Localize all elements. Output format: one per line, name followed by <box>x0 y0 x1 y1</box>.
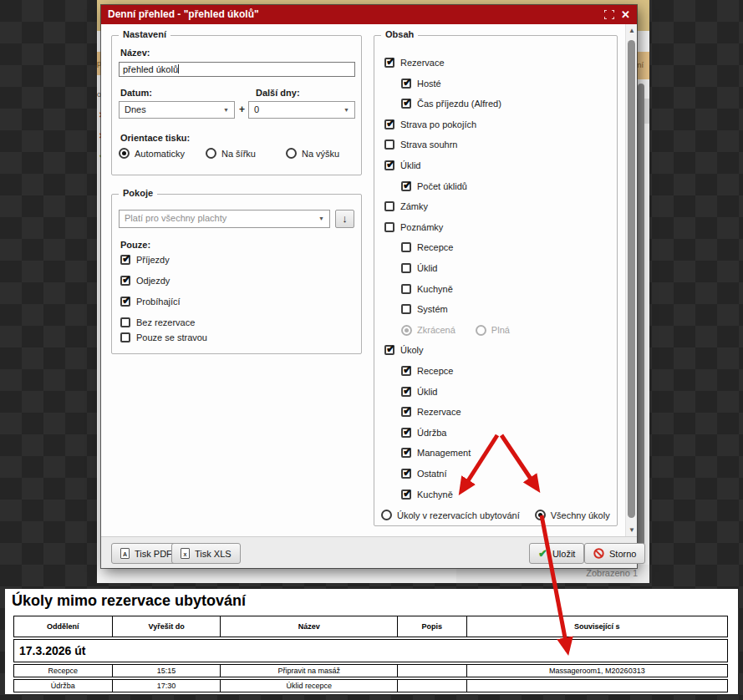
checkbox-icon[interactable] <box>384 119 394 129</box>
more-days-select[interactable]: 0 ▼ <box>248 101 355 119</box>
checkbox-row[interactable]: Úklid <box>401 263 437 273</box>
radio-pair-row[interactable]: Úkoly v rezervacích ubytováníVšechny úko… <box>381 510 610 520</box>
checkbox-row[interactable]: Probíhající <box>120 297 181 307</box>
checkbox-icon[interactable] <box>384 201 394 211</box>
table-row[interactable]: Údržba17:30Úklid recepce <box>13 679 728 692</box>
checkbox-row[interactable]: Rezervace <box>401 407 461 417</box>
content-legend: Obsah <box>381 29 418 39</box>
page-scrollbar[interactable] <box>638 84 644 547</box>
checkbox-row[interactable]: Příjezdy <box>120 255 170 265</box>
checkbox-icon[interactable] <box>401 99 411 109</box>
checkbox-icon[interactable] <box>120 297 130 307</box>
checkbox-row[interactable]: Úkoly <box>384 345 424 355</box>
radio-option[interactable]: Plná <box>476 325 510 336</box>
scroll-down-icon[interactable]: ▼ <box>626 526 638 534</box>
date-select[interactable]: Dnes ▼ <box>119 101 235 119</box>
checkbox-row[interactable]: Kuchyně <box>401 489 453 500</box>
checkbox-icon[interactable] <box>384 160 394 170</box>
checkbox-label: Odjezdy <box>136 276 170 286</box>
radio-option[interactable]: Automaticky <box>119 148 185 159</box>
radio-option[interactable]: Zkrácená <box>401 325 455 336</box>
apply-to-all-button[interactable]: ↓ <box>335 210 354 228</box>
checkbox-row[interactable]: Systém <box>401 304 448 314</box>
checkbox-row[interactable]: Údržba <box>401 428 446 438</box>
dialog-titlebar[interactable]: Denní přehled - "přehled úkolů" ✕ <box>101 5 637 24</box>
checkbox-label: Kuchyně <box>417 489 453 500</box>
table-cell: Recepce <box>14 665 113 677</box>
checkbox-icon[interactable] <box>401 407 411 417</box>
checkbox-icon[interactable] <box>401 366 411 376</box>
checkbox-row[interactable]: Poznámky <box>384 222 443 232</box>
checkbox-row[interactable]: Recepce <box>401 242 453 252</box>
checkbox-icon[interactable] <box>401 304 411 314</box>
checkbox-row[interactable]: Počet úklidů <box>401 181 467 191</box>
checkbox-icon[interactable] <box>120 332 130 342</box>
checkbox-icon[interactable] <box>401 489 411 500</box>
checkbox-row[interactable]: Recepce <box>401 366 453 376</box>
checkbox-row[interactable]: Management <box>401 448 471 458</box>
scrollbar-thumb[interactable] <box>628 40 635 518</box>
cancel-button[interactable]: Storno <box>584 543 645 564</box>
radio-pair-row[interactable]: ZkrácenáPlná <box>401 325 510 336</box>
radio-label: Úkoly v rezervacích ubytování <box>397 510 520 520</box>
checkbox-row[interactable]: Kuchyně <box>401 284 453 294</box>
radio-icon[interactable] <box>381 510 392 520</box>
checkbox-icon[interactable] <box>120 255 130 265</box>
radio-icon[interactable] <box>206 148 216 159</box>
table-cell: Úklid recepce <box>221 680 398 692</box>
close-icon[interactable]: ✕ <box>621 9 630 20</box>
checkbox-label: Bez rezervace <box>136 317 195 327</box>
checkbox-row[interactable]: Pouze se stravou <box>120 332 207 342</box>
checkbox-icon[interactable] <box>401 79 411 89</box>
checkbox-icon[interactable] <box>401 448 411 458</box>
checkbox-icon[interactable] <box>401 284 411 294</box>
checkbox-icon[interactable] <box>384 222 394 232</box>
radio-option[interactable]: Všechny úkoly <box>535 510 610 520</box>
checkbox-icon[interactable] <box>401 181 411 191</box>
checkbox-label: Počet úklidů <box>417 181 467 191</box>
checkbox-icon[interactable] <box>401 428 411 438</box>
checkbox-icon[interactable] <box>401 387 411 397</box>
checkbox-icon[interactable] <box>384 139 394 150</box>
checkbox-icon[interactable] <box>384 345 394 355</box>
radio-icon[interactable] <box>401 325 412 336</box>
checkbox-row[interactable]: Hosté <box>401 79 441 89</box>
radio-icon[interactable] <box>535 510 546 520</box>
pdf-file-icon: A <box>120 548 130 559</box>
table-row[interactable]: Recepce15:15Připravit na masážMassageroo… <box>13 664 728 677</box>
maximize-icon[interactable] <box>604 10 614 19</box>
checkbox-row[interactable]: Bez rezervace <box>120 317 195 327</box>
save-button[interactable]: ✔ Uložit <box>529 543 584 564</box>
rooms-select[interactable]: Platí pro všechny plachty ▼ <box>119 210 330 228</box>
dialog-scrollbar[interactable]: ▲ ▼ <box>625 24 637 536</box>
checkbox-row[interactable]: Strava po pokojích <box>384 119 476 129</box>
checkbox-row[interactable]: Úklid <box>401 387 437 397</box>
scroll-up-icon[interactable]: ▲ <box>626 27 638 34</box>
name-input[interactable]: přehled úkolů <box>119 62 355 77</box>
checkbox-icon[interactable] <box>401 242 411 252</box>
orientation-label: Orientace tisku: <box>120 133 190 143</box>
checkbox-icon[interactable] <box>120 317 130 327</box>
radio-icon[interactable] <box>476 325 486 336</box>
checkbox-row[interactable]: Zámky <box>384 201 428 211</box>
print-xls-button[interactable]: x Tisk XLS <box>171 543 241 564</box>
checkbox-icon[interactable] <box>401 469 411 479</box>
checkbox-row[interactable]: Strava souhrn <box>384 139 457 150</box>
radio-label: Všechny úkoly <box>551 510 610 520</box>
checkbox-row[interactable]: Úklid <box>384 160 420 170</box>
checkbox-row[interactable]: Odjezdy <box>120 276 170 286</box>
radio-icon[interactable] <box>286 148 297 159</box>
checkbox-row[interactable]: Rezervace <box>384 58 445 68</box>
checkbox-label: Čas příjezdu (Alfred) <box>417 99 501 109</box>
checkbox-icon[interactable] <box>384 58 394 68</box>
radio-icon[interactable] <box>119 148 130 159</box>
radio-option[interactable]: Úkoly v rezervacích ubytování <box>381 510 520 520</box>
radio-option[interactable]: Na šířku <box>206 148 256 159</box>
radio-option[interactable]: Na výšku <box>286 148 339 159</box>
settings-legend: Nastavení <box>119 29 170 39</box>
checkbox-icon[interactable] <box>401 263 411 273</box>
checkbox-icon[interactable] <box>120 276 130 286</box>
checkbox-label: Kuchyně <box>417 284 453 294</box>
checkbox-row[interactable]: Ostatní <box>401 469 446 479</box>
checkbox-row[interactable]: Čas příjezdu (Alfred) <box>401 99 501 109</box>
